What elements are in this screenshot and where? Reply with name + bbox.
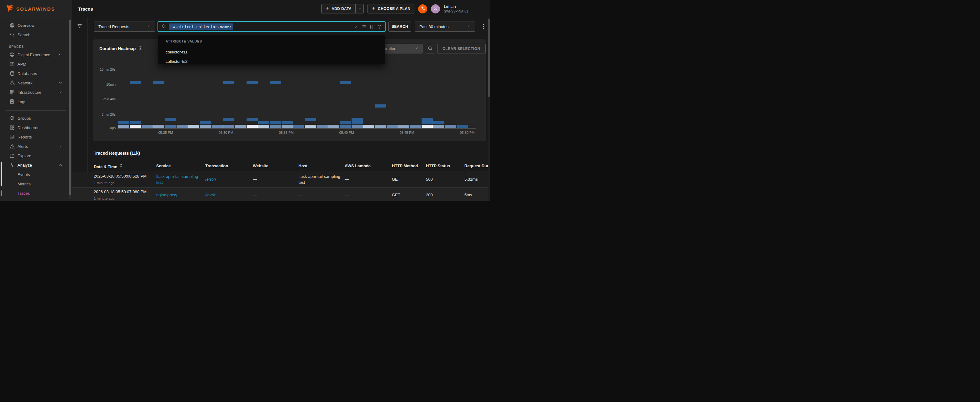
table-column-header[interactable]: HTTP Status: [426, 163, 450, 168]
dropdown-option[interactable]: collector-ts1: [158, 48, 385, 56]
heatmap-cell[interactable]: [270, 121, 281, 124]
cell-service-link[interactable]: flask-apm-tail-sampling-test: [156, 172, 200, 187]
heatmap-cell[interactable]: [422, 118, 433, 121]
heatmap-cell[interactable]: [142, 125, 153, 128]
query-list-icon[interactable]: [361, 24, 366, 29]
heatmap-cell[interactable]: [223, 125, 234, 128]
table-column-header[interactable]: Transaction: [205, 163, 228, 168]
heatmap-cell[interactable]: [153, 81, 164, 84]
table-column-header[interactable]: Service: [156, 163, 170, 168]
heatmap-cell[interactable]: [247, 125, 258, 128]
heatmap-cell[interactable]: [352, 121, 363, 124]
sort-icon[interactable]: [120, 163, 123, 169]
heatmap-cell[interactable]: [317, 125, 328, 128]
heatmap-cell[interactable]: [177, 125, 188, 128]
cell-transaction-link[interactable]: /error/: [205, 172, 249, 187]
dropdown-option[interactable]: collector-ts2: [158, 57, 385, 65]
heatmap-cell[interactable]: [340, 121, 351, 124]
choose-plan-button[interactable]: CHOOSE A PLAN: [368, 4, 414, 13]
table-column-header[interactable]: Host: [298, 163, 307, 168]
sidebar-item[interactable]: Reports: [0, 132, 72, 142]
clear-query-icon[interactable]: [353, 24, 358, 29]
heatmap-cell[interactable]: [223, 81, 234, 84]
heatmap-cell[interactable]: [352, 125, 363, 128]
heatmap-cell[interactable]: [258, 125, 269, 128]
heatmap-cell[interactable]: [165, 118, 176, 121]
table-row[interactable]: 2026-03-18 05:50:07.080 PM 1 minute ago …: [0, 188, 490, 201]
user-avatar[interactable]: [431, 4, 440, 13]
heatmap-cell[interactable]: [247, 118, 258, 121]
sidebar-item[interactable]: Logs: [0, 97, 72, 106]
add-data-caret-button[interactable]: [355, 4, 363, 13]
heatmap-cell[interactable]: [293, 125, 304, 128]
table-column-header[interactable]: AWS Lambda: [345, 163, 371, 168]
heatmap-cell[interactable]: [305, 118, 316, 121]
sidebar-item[interactable]: Infrastructure: [0, 88, 72, 97]
heatmap-cell[interactable]: [433, 121, 444, 124]
sidebar-item[interactable]: APM: [0, 59, 72, 69]
heatmap-cell[interactable]: [200, 125, 211, 128]
user-info[interactable]: Lin Lin SWI-SSP-NA-01: [444, 4, 468, 13]
table-column-header[interactable]: Website: [253, 163, 269, 168]
heatmap-cell[interactable]: [375, 125, 386, 128]
heatmap-cell[interactable]: [258, 121, 269, 124]
heatmap-cell[interactable]: [212, 125, 223, 128]
search-button[interactable]: SEARCH: [388, 22, 411, 32]
cell-service-link[interactable]: nginx-proxy: [156, 188, 200, 201]
heatmap-cell[interactable]: [422, 125, 433, 128]
heatmap-cell[interactable]: [305, 125, 316, 128]
heatmap-cell[interactable]: [433, 125, 444, 128]
heatmap-cell[interactable]: [282, 125, 293, 128]
table-column-header[interactable]: Request Duration: [465, 163, 490, 168]
heatmap-cell[interactable]: [340, 125, 351, 128]
heatmap-cell[interactable]: [328, 125, 339, 128]
clear-selection-button[interactable]: CLEAR SELECTION: [437, 44, 485, 53]
heatmap-cell[interactable]: [118, 121, 129, 124]
heatmap-cell[interactable]: [270, 125, 281, 128]
heatmap-cell[interactable]: [387, 125, 398, 128]
heatmap-cell[interactable]: [410, 125, 421, 128]
heatmap-cell[interactable]: [247, 81, 258, 84]
sidebar-subitem[interactable]: Traces: [0, 188, 72, 198]
heatmap-cell[interactable]: [130, 121, 141, 124]
sidebar-subitem[interactable]: Metrics: [0, 179, 72, 188]
sidebar-item[interactable]: Dashboards: [0, 123, 72, 132]
entity-type-select[interactable]: Traced Requests: [94, 22, 155, 32]
bookmark-icon[interactable]: [369, 24, 374, 29]
heatmap-cell[interactable]: [270, 81, 281, 84]
ai-assistant-button[interactable]: [418, 4, 427, 13]
zoom-in-button[interactable]: [425, 44, 435, 53]
sidebar-item[interactable]: Network: [0, 78, 72, 88]
cell-transaction-link[interactable]: /java/: [205, 188, 249, 201]
heatmap-cell[interactable]: [130, 125, 141, 128]
help-icon[interactable]: [377, 24, 382, 29]
heatmap-cell[interactable]: [153, 125, 164, 128]
table-column-header[interactable]: Date & Time: [94, 163, 123, 169]
sidebar-scrollbar[interactable]: [69, 19, 71, 199]
heatmap-cell[interactable]: [340, 81, 351, 84]
heatmap-cell[interactable]: [165, 125, 176, 128]
heatmap-cell[interactable]: [375, 104, 386, 107]
sidebar-item[interactable]: Digital Experience: [0, 50, 72, 59]
heatmap-cell[interactable]: [282, 121, 293, 124]
heatmap-cell[interactable]: [130, 81, 141, 84]
sidebar-item[interactable]: Groups: [0, 113, 72, 123]
heatmap-cell[interactable]: [352, 118, 363, 121]
time-range-select[interactable]: Past 30 minutes: [415, 22, 475, 32]
sidebar-item[interactable]: Analyze: [0, 160, 72, 170]
heatmap-cell[interactable]: [363, 125, 374, 128]
heatmap-cell[interactable]: [422, 121, 433, 124]
sidebar-scrollbar-thumb[interactable]: [69, 20, 71, 195]
info-icon[interactable]: [138, 46, 143, 51]
heatmap-cell[interactable]: [223, 118, 234, 121]
query-token[interactable]: sw.otelcol.collector.name:: [169, 24, 233, 30]
heatmap-cell[interactable]: [445, 125, 456, 128]
add-data-button[interactable]: ADD DATA: [321, 4, 355, 13]
heatmap-cell[interactable]: [457, 125, 468, 128]
brand-logo[interactable]: SOLARWINDS: [0, 0, 72, 18]
heatmap-cell[interactable]: [398, 125, 409, 128]
heatmap-cell[interactable]: [188, 125, 199, 128]
query-search-input[interactable]: sw.otelcol.collector.name:: [158, 21, 386, 32]
sidebar-item[interactable]: Alerts: [0, 142, 72, 151]
window-scrollbar[interactable]: [488, 18, 490, 201]
